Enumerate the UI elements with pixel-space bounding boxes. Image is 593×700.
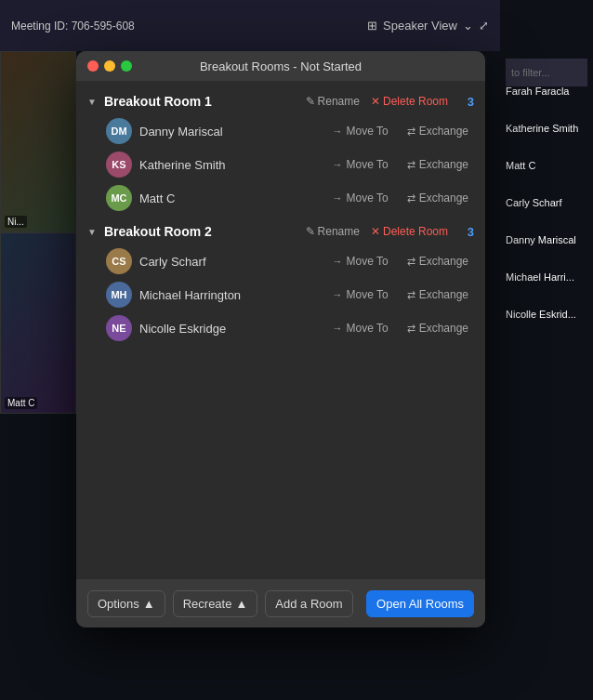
room-1-participant-0: DM Danny Mariscal → Move To ⇄ Exchange <box>76 114 485 148</box>
open-all-rooms-button[interactable]: Open All Rooms <box>366 590 474 617</box>
meeting-id: Meeting ID: 706-595-608 <box>11 20 135 33</box>
avatar-danny: DM <box>106 118 132 144</box>
options-button[interactable]: Options ▲ <box>87 590 165 617</box>
participant-name-michael: Michael Harrington <box>139 288 319 302</box>
michael-exchange-button[interactable]: ⇄ Exchange <box>402 286 474 303</box>
maximize-button[interactable] <box>121 60 132 72</box>
participant-name-nicolle: Nicolle Eskridge <box>139 322 319 336</box>
video-thumb-1-label: Ni... <box>5 216 27 228</box>
rp-participant-4: Danny Mariscal <box>506 232 587 247</box>
video-thumbnails: Ni... Matt C <box>0 51 76 655</box>
move-icon: → <box>332 159 342 170</box>
room-1-actions: ✎ Rename ✕ Delete Room 3 <box>306 95 474 109</box>
room-2-header: ▼ Breakout Room 2 ✎ Rename ✕ Delete Room… <box>76 218 485 244</box>
avatar-carly: CS <box>106 248 132 274</box>
carly-move-to-button[interactable]: → Move To <box>326 253 393 270</box>
move-icon: → <box>332 192 342 204</box>
matt-move-to-button[interactable]: → Move To <box>326 190 393 206</box>
room-2-participant-1: MH Michael Harrington → Move To ⇄ Exchan… <box>76 278 485 311</box>
move-icon: → <box>332 125 342 137</box>
recreate-button[interactable]: Recreate ▲ <box>173 590 258 617</box>
room-1-header: ▼ Breakout Room 1 ✎ Rename ✕ Delete Room… <box>76 88 485 114</box>
exchange-icon: ⇄ <box>407 125 415 138</box>
room-section-2: ▼ Breakout Room 2 ✎ Rename ✕ Delete Room… <box>76 218 485 345</box>
exchange-icon: ⇄ <box>407 192 415 205</box>
x-icon: ✕ <box>371 225 380 238</box>
room-2-participant-2: NE Nicolle Eskridge → Move To ⇄ Exchange <box>76 311 485 345</box>
participant-name-matt: Matt C <box>139 192 319 205</box>
nicolle-move-to-button[interactable]: → Move To <box>326 320 393 337</box>
move-icon: → <box>332 289 342 300</box>
exchange-icon: ⇄ <box>407 323 415 335</box>
chevron-up-icon: ▲ <box>143 597 155 611</box>
rp-participant-2: Matt C <box>506 158 587 173</box>
chevron-up-icon-2: ▲ <box>235 597 247 611</box>
rp-participant-3: Carly Scharf <box>506 195 587 210</box>
modal-titlebar: Breakout Rooms - Not Started <box>76 51 485 81</box>
room-1-count: 3 <box>459 95 474 109</box>
speaker-view-button[interactable]: ⊞ Speaker View ⌄ ⤢ <box>367 19 489 33</box>
avatar-nicolle: NE <box>106 315 132 341</box>
right-participants-list: Farah Faracla Katherine Smith Matt C Car… <box>500 84 593 322</box>
participant-name-katherine: Katherine Smith <box>139 158 319 172</box>
fullscreen-icon: ⤢ <box>479 19 489 33</box>
video-thumb-2: Matt C <box>0 232 76 414</box>
top-bar: Meeting ID: 706-595-608 ⊞ Speaker View ⌄… <box>0 0 500 51</box>
move-icon: → <box>332 323 342 334</box>
room-2-delete-button[interactable]: ✕ Delete Room <box>371 225 448 238</box>
participant-name-carly: Carly Scharf <box>139 255 319 269</box>
rp-participant-5: Michael Harri... <box>506 270 587 284</box>
speaker-view-icon: ⊞ <box>367 19 377 33</box>
room-section-1: ▼ Breakout Room 1 ✎ Rename ✕ Delete Room… <box>76 88 485 215</box>
rp-participant-6: Nicolle Eskrid... <box>506 307 587 322</box>
modal-title: Breakout Rooms - Not Started <box>200 59 362 73</box>
video-thumb-1: Ni... <box>0 51 76 232</box>
matt-exchange-button[interactable]: ⇄ Exchange <box>402 190 474 206</box>
modal-body: ▼ Breakout Room 1 ✎ Rename ✕ Delete Room… <box>76 81 485 579</box>
video-thumb-2-label: Matt C <box>5 397 37 409</box>
modal-footer: Options ▲ Recreate ▲ Add a Room Open All… <box>76 579 485 627</box>
room-1-name: Breakout Room 1 <box>104 94 298 109</box>
exchange-icon: ⇄ <box>407 289 415 301</box>
avatar-matt: MC <box>106 185 132 211</box>
room-1-delete-button[interactable]: ✕ Delete Room <box>371 95 448 108</box>
x-icon: ✕ <box>371 95 380 108</box>
participant-name-danny: Danny Mariscal <box>139 125 319 139</box>
traffic-lights <box>87 60 132 72</box>
room-2-count: 3 <box>459 225 474 239</box>
room-1-chevron[interactable]: ▼ <box>87 97 97 107</box>
exchange-icon: ⇄ <box>407 256 415 268</box>
minimize-button[interactable] <box>104 60 115 72</box>
danny-move-to-button[interactable]: → Move To <box>326 123 393 139</box>
room-2-name: Breakout Room 2 <box>104 224 298 239</box>
room-2-chevron[interactable]: ▼ <box>87 227 97 237</box>
michael-move-to-button[interactable]: → Move To <box>326 286 393 303</box>
rp-participant-0: Farah Faracla <box>506 84 587 99</box>
move-icon: → <box>332 256 342 267</box>
room-2-actions: ✎ Rename ✕ Delete Room 3 <box>306 225 474 239</box>
room-1-rename-button[interactable]: ✎ Rename <box>306 95 360 108</box>
avatar-michael: MH <box>106 282 132 308</box>
chevron-down-icon: ⌄ <box>463 19 473 33</box>
add-room-button[interactable]: Add a Room <box>265 590 352 617</box>
katherine-move-to-button[interactable]: → Move To <box>326 156 393 173</box>
avatar-katherine: KS <box>106 152 132 178</box>
katherine-exchange-button[interactable]: ⇄ Exchange <box>402 156 474 173</box>
room-2-rename-button[interactable]: ✎ Rename <box>306 225 360 238</box>
filter-input[interactable] <box>511 67 582 78</box>
breakout-rooms-modal: Breakout Rooms - Not Started ▼ Breakout … <box>76 51 485 627</box>
danny-exchange-button[interactable]: ⇄ Exchange <box>402 123 474 139</box>
carly-exchange-button[interactable]: ⇄ Exchange <box>402 253 474 270</box>
room-2-participant-0: CS Carly Scharf → Move To ⇄ Exchange <box>76 244 485 278</box>
pencil-icon: ✎ <box>306 225 315 238</box>
filter-area[interactable] <box>506 59 587 86</box>
room-1-participant-2: MC Matt C → Move To ⇄ Exchange <box>76 181 485 215</box>
nicolle-exchange-button[interactable]: ⇄ Exchange <box>402 320 474 337</box>
close-button[interactable] <box>87 60 99 72</box>
exchange-icon: ⇄ <box>407 159 415 171</box>
rp-participant-1: Katherine Smith <box>506 121 587 136</box>
room-1-participant-1: KS Katherine Smith → Move To ⇄ Exchange <box>76 148 485 181</box>
pencil-icon: ✎ <box>306 95 315 108</box>
